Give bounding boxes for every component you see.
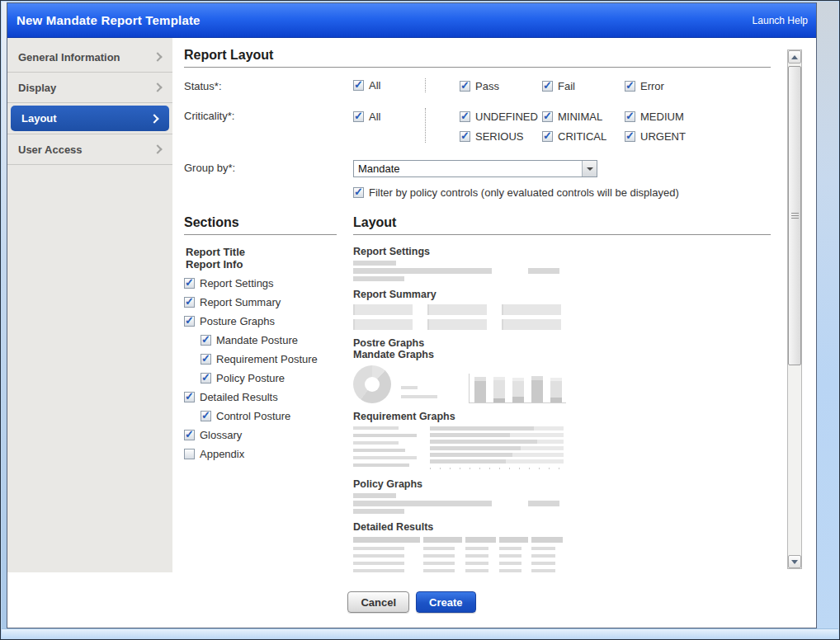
- checkbox-icon[interactable]: [353, 187, 364, 198]
- chevron-right-icon: [153, 144, 162, 153]
- checkbox-icon[interactable]: [625, 81, 635, 92]
- criticality-label: Criticality*:: [184, 108, 353, 143]
- checkbox-icon[interactable]: [184, 449, 195, 459]
- status-fail-checkbox[interactable]: Fail: [542, 79, 625, 92]
- placeholder-vbar: [550, 378, 562, 402]
- sidebar-item-label: Display: [18, 82, 56, 94]
- checkbox-icon[interactable]: [353, 80, 364, 91]
- launch-help-link[interactable]: Launch Help: [753, 15, 808, 26]
- vertical-scrollbar[interactable]: [787, 49, 802, 569]
- checkbox-icon[interactable]: [625, 131, 635, 142]
- axis-ticks-placeholder: [430, 466, 564, 469]
- donut-chart-placeholder: [353, 365, 391, 403]
- section-appendix-checkbox[interactable]: Appendix: [184, 448, 353, 460]
- checkbox-icon[interactable]: [542, 131, 553, 142]
- placeholder-box: [353, 304, 413, 315]
- checkbox-icon[interactable]: [353, 111, 364, 122]
- checkbox-icon[interactable]: [184, 278, 195, 289]
- title-bar: New Mandate Report Template Launch Help: [7, 3, 816, 38]
- sidebar-item-user-access[interactable]: User Access: [7, 134, 172, 165]
- arrow-up-icon: [791, 55, 798, 59]
- checkbox-label: Mandate Posture: [216, 334, 298, 346]
- placeholder-row: [353, 268, 771, 274]
- sidebar-item-display[interactable]: Display: [7, 73, 172, 103]
- section-posture-graphs-checkbox[interactable]: Posture Graphs: [184, 315, 353, 327]
- cancel-button[interactable]: Cancel: [347, 591, 409, 613]
- criticality-serious-checkbox[interactable]: SERIOUS: [460, 130, 542, 143]
- preview-policy-graphs: Policy Graphs: [353, 478, 771, 514]
- section-requirement-posture-checkbox[interactable]: Requirement Posture: [201, 353, 353, 365]
- checkbox-icon[interactable]: [201, 411, 211, 421]
- placeholder-hbar: [430, 459, 564, 464]
- status-error-checkbox[interactable]: Error: [625, 79, 707, 92]
- layout-heading: Layout: [353, 215, 771, 230]
- heading-rule: [184, 67, 771, 68]
- checkbox-icon[interactable]: [201, 335, 211, 346]
- checkbox-icon[interactable]: [201, 354, 211, 365]
- layout-preview-column: Layout Report Settings: [353, 215, 771, 572]
- dropdown-button[interactable]: [582, 161, 597, 176]
- placeholder-box: [427, 304, 487, 315]
- create-button[interactable]: Create: [416, 591, 475, 613]
- chevron-right-icon: [153, 82, 162, 92]
- checkbox-icon[interactable]: [460, 81, 470, 92]
- checkbox-label: Appendix: [200, 448, 244, 460]
- scrollbar-up-button[interactable]: [788, 50, 801, 64]
- status-pass-checkbox[interactable]: Pass: [460, 79, 542, 92]
- status-all-checkbox[interactable]: All: [353, 79, 425, 92]
- checkbox-icon[interactable]: [542, 81, 553, 92]
- criticality-medium-checkbox[interactable]: MEDIUM: [625, 111, 707, 123]
- criticality-minimal-checkbox[interactable]: MINIMAL: [542, 111, 625, 123]
- section-detailed-results-checkbox[interactable]: Detailed Results: [184, 391, 353, 403]
- placeholder-row: [353, 501, 771, 506]
- section-control-posture-checkbox[interactable]: Control Posture: [201, 410, 353, 422]
- placeholder-bar: [528, 268, 559, 274]
- placeholder-hbar: [430, 453, 564, 457]
- checkbox-icon[interactable]: [542, 111, 553, 122]
- checkbox-icon[interactable]: [460, 111, 470, 122]
- section-report-summary-checkbox[interactable]: Report Summary: [184, 296, 353, 308]
- chevron-down-icon: [587, 167, 593, 171]
- section-glossary-checkbox[interactable]: Glossary: [184, 429, 353, 441]
- checkbox-icon[interactable]: [184, 430, 195, 440]
- filter-by-policy-controls-checkbox[interactable]: Filter by policy controls (only evaluate…: [353, 186, 771, 199]
- placeholder-bar: [353, 449, 405, 452]
- placeholder-graphs: [353, 365, 771, 403]
- group-by-select[interactable]: Mandate: [353, 160, 597, 177]
- preview-posture-graphs: Postre Graphs Mandate Graphs: [353, 337, 771, 403]
- criticality-all-checkbox[interactable]: All: [353, 111, 425, 123]
- placeholder-column: [499, 537, 528, 572]
- sidebar-item-layout[interactable]: Layout: [11, 106, 169, 131]
- chevron-right-icon: [149, 114, 158, 123]
- section-mandate-posture-checkbox[interactable]: Mandate Posture: [201, 334, 353, 346]
- section-policy-posture-checkbox[interactable]: Policy Posture: [201, 372, 353, 384]
- checkbox-icon[interactable]: [625, 111, 635, 122]
- placeholder-row: [353, 304, 771, 315]
- checkbox-icon[interactable]: [184, 297, 195, 308]
- scrollbar-down-button[interactable]: [788, 555, 801, 568]
- checkbox-icon[interactable]: [201, 373, 211, 384]
- checkbox-icon[interactable]: [460, 131, 470, 142]
- placeholder-hbar: [430, 440, 564, 444]
- section-report-settings-checkbox[interactable]: Report Settings: [184, 277, 353, 289]
- checkbox-icon[interactable]: [184, 316, 195, 327]
- scrollbar-grip-icon: [791, 213, 799, 219]
- dialog-inner: New Mandate Report Template Launch Help …: [7, 2, 817, 628]
- checkbox-label: All: [369, 111, 380, 123]
- sidebar-item-general-information[interactable]: General Information: [7, 42, 172, 73]
- preview-report-settings: Report Settings: [353, 246, 771, 281]
- placeholder-vbar: [493, 377, 505, 402]
- criticality-critical-checkbox[interactable]: CRITICAL: [542, 130, 625, 143]
- placeholder-bar: [353, 426, 399, 430]
- checkbox-label: Policy Posture: [216, 372, 285, 384]
- layout-rule: [353, 234, 771, 235]
- placeholder-graphs: [353, 426, 771, 471]
- criticality-undefined-checkbox[interactable]: UNDEFINED: [460, 111, 542, 123]
- checkbox-icon[interactable]: [184, 392, 195, 402]
- window-frame-bottom: [2, 628, 838, 638]
- checkbox-label: Fail: [558, 80, 575, 92]
- placeholder-box: [502, 304, 561, 315]
- preview-label: Policy Graphs: [353, 478, 771, 490]
- criticality-urgent-checkbox[interactable]: URGENT: [625, 130, 707, 143]
- scrollbar-thumb[interactable]: [788, 66, 801, 365]
